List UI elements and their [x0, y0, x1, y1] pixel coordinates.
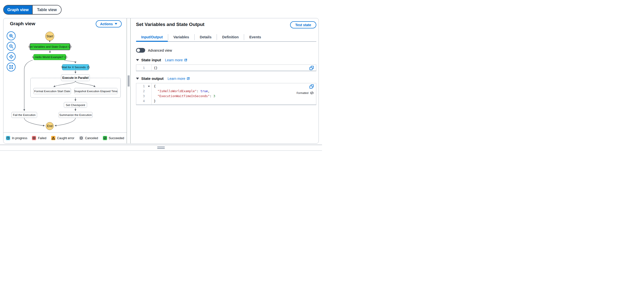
node-set-checkpoint-label: Set Checkpoint: [66, 104, 85, 106]
advanced-view-toggle[interactable]: [136, 48, 145, 53]
external-link-icon: [184, 58, 188, 62]
legend-caught-error: Caught error: [51, 136, 74, 140]
line-number: 2: [136, 89, 151, 94]
state-output-title: State output: [141, 76, 164, 81]
collapse-caret-icon[interactable]: [136, 59, 139, 61]
caught-error-warning-icon: [51, 136, 56, 140]
step-functions-execution-page: Graph view Table view Graph view Actions: [0, 0, 322, 153]
node-execute-parallel[interactable]: Execute in Parallel: [61, 74, 90, 81]
state-input-editor[interactable]: 1 {}: [136, 64, 316, 71]
in-progress-clock-icon: [6, 136, 10, 140]
tab-events[interactable]: Events: [244, 33, 266, 41]
advanced-view-label: Advanced view: [148, 48, 172, 52]
drag-handle-icon[interactable]: [157, 147, 165, 149]
node-summarize[interactable]: Summarize the Execution: [58, 112, 92, 118]
tab-details[interactable]: Details: [195, 33, 217, 41]
copy-icon: [309, 84, 314, 89]
copy-icon: [309, 65, 314, 70]
line-number: 3: [136, 94, 151, 99]
panel-resize-handle[interactable]: [127, 18, 130, 143]
state-output-header: State output Learn more: [136, 76, 316, 81]
state-input-code: {}: [152, 65, 316, 71]
state-output-editor[interactable]: 1 2 3 4 { "IsHelloWorldExample": true, "…: [136, 83, 316, 105]
line-number: 1: [136, 84, 151, 89]
node-fail-execution[interactable]: Fail the Execution: [12, 112, 37, 118]
node-end[interactable]: End: [46, 122, 54, 130]
execution-detail-card: Graph view Actions: [3, 18, 319, 144]
state-input-header: State input Learn more: [136, 58, 316, 62]
tab-definition[interactable]: Definition: [217, 33, 244, 41]
test-state-button[interactable]: Test state: [290, 21, 316, 28]
node-wait-label: Wait for X Seconds: [62, 66, 86, 69]
graph-view-segment[interactable]: Graph view: [4, 5, 32, 14]
succeeded-check-icon: [68, 45, 72, 48]
code-brackets-icon: [310, 91, 314, 95]
legend-in-progress-label: In progress: [12, 136, 28, 140]
external-link-icon: [186, 77, 190, 80]
tab-input-output[interactable]: Input/Output: [136, 33, 168, 41]
node-format-date-label: Format Execution Start Date: [34, 90, 70, 93]
state-details-tabs: Input/Output Variables Details Definitio…: [136, 33, 316, 42]
learn-more-label: Learn more: [165, 58, 183, 62]
code-line: "ExecutionWaitTimeInSeconds": 3: [154, 94, 316, 99]
status-legend: In progress Failed Caught error: [4, 132, 126, 143]
legend-caught-error-label: Caught error: [57, 136, 74, 140]
bottom-panel-resize-strip[interactable]: [0, 145, 322, 151]
node-set-variables[interactable]: Set Variables and State Output: [30, 43, 70, 50]
graph-view-panel: Graph view Actions: [4, 18, 127, 143]
state-input-gutter: 1: [136, 65, 152, 71]
node-is-hello-world-label: Is Hello World Example?: [32, 56, 63, 59]
tab-variables[interactable]: Variables: [168, 33, 194, 41]
state-details-panel: Set Variables and State Output Test stat…: [130, 18, 318, 143]
node-end-label: End: [47, 124, 52, 128]
legend-canceled-label: Canceled: [85, 136, 98, 140]
failed-x-icon: [32, 136, 36, 140]
code-line: }: [154, 99, 316, 104]
fold-caret-icon[interactable]: [148, 86, 150, 87]
view-mode-segmented-control: Graph view Table view: [3, 5, 62, 14]
node-execute-parallel-label: Execute in Parallel: [62, 76, 88, 80]
advanced-view-row: Advanced view: [136, 48, 316, 53]
collapse-caret-icon[interactable]: [136, 78, 139, 80]
code-line: "IsHelloWorldExample": true,: [154, 89, 316, 94]
in-progress-clock-icon: [87, 66, 90, 69]
toggle-knob: [137, 49, 140, 52]
workflow-graph-canvas: Start Set Variables and State Output Is …: [4, 18, 126, 132]
succeeded-check-icon: [64, 56, 67, 59]
canceled-minus-icon: [79, 136, 83, 140]
node-snapshot-time[interactable]: Snapshot Execution Elapsed Time: [74, 88, 118, 94]
state-output-gutter: 1 2 3 4: [136, 83, 152, 105]
line-number-text: 1: [143, 84, 145, 88]
state-input-learn-more-link[interactable]: Learn more: [165, 58, 188, 62]
legend-in-progress: In progress: [6, 136, 28, 140]
node-wait[interactable]: Wait for X Seconds: [62, 64, 89, 70]
line-number: 1: [136, 65, 151, 71]
learn-more-label: Learn more: [168, 77, 185, 81]
node-is-hello-world[interactable]: Is Hello World Example?: [34, 54, 66, 60]
node-set-variables-label: Set Variables and State Output: [28, 45, 68, 48]
node-format-date[interactable]: Format Execution Start Date: [34, 88, 71, 94]
legend-failed-label: Failed: [38, 136, 46, 140]
line-number: 4: [136, 99, 151, 104]
formatted-toggle[interactable]: Formatted: [296, 91, 314, 95]
state-title: Set Variables and State Output: [136, 21, 204, 27]
state-details-header: Set Variables and State Output Test stat…: [136, 21, 316, 28]
node-snapshot-time-label: Snapshot Execution Elapsed Time: [74, 90, 118, 93]
node-summarize-label: Summarize the Execution: [59, 113, 92, 116]
node-set-checkpoint[interactable]: Set Checkpoint: [64, 102, 87, 108]
legend-failed: Failed: [32, 136, 46, 140]
code-line: {}: [154, 65, 316, 71]
legend-canceled: Canceled: [79, 136, 98, 140]
state-input-title: State input: [141, 58, 161, 62]
copy-output-button[interactable]: [309, 84, 314, 89]
state-output-code: { "IsHelloWorldExample": true, "Executio…: [152, 83, 316, 105]
succeeded-check-icon: [103, 136, 107, 140]
legend-succeeded-label: Succeeded: [109, 136, 124, 140]
table-view-segment[interactable]: Table view: [32, 5, 61, 14]
copy-input-button[interactable]: [309, 65, 314, 71]
node-fail-execution-label: Fail the Execution: [13, 113, 35, 116]
node-start[interactable]: Start: [45, 32, 54, 41]
formatted-label: Formatted: [296, 91, 308, 94]
legend-succeeded: Succeeded: [103, 136, 124, 140]
state-output-learn-more-link[interactable]: Learn more: [168, 77, 190, 81]
